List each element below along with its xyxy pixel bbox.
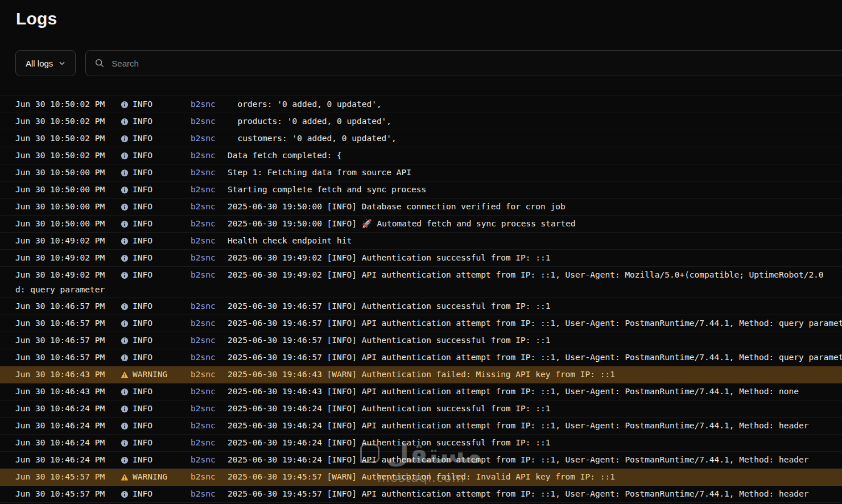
log-timestamp: Jun 30 10:45:57 PM <box>15 469 121 485</box>
log-message: 2025-06-30 19:45:57 [WARN] Authenticatio… <box>228 469 842 485</box>
log-scope-dropdown[interactable]: All logs <box>15 50 76 76</box>
log-level-label: INFO <box>133 452 152 468</box>
log-row[interactable]: Jun 30 10:46:24 PMINFOb2snc2025-06-30 19… <box>0 400 842 418</box>
log-message: 2025-06-30 19:46:24 [INFO] API authentic… <box>228 418 842 434</box>
log-timestamp: Jun 30 10:46:57 PM <box>15 298 121 315</box>
log-timestamp: Jun 30 10:50:00 PM <box>15 199 121 215</box>
log-row[interactable]: Jun 30 10:49:02 PMINFOb2snc2025-06-30 19… <box>0 250 842 267</box>
log-level: INFO <box>121 233 191 249</box>
search-input[interactable] <box>112 59 841 68</box>
log-level: INFO <box>121 452 191 468</box>
log-row[interactable]: Jun 30 10:50:00 PMINFOb2snc2025-06-30 19… <box>0 199 842 216</box>
log-source-link[interactable]: b2snc <box>191 298 216 315</box>
info-icon <box>121 220 129 228</box>
log-timestamp: Jun 30 10:50:02 PM <box>15 147 121 164</box>
log-scope-label: All logs <box>26 59 53 68</box>
info-icon <box>121 337 129 345</box>
log-source-link[interactable]: b2snc <box>191 113 216 130</box>
log-level-label: INFO <box>133 164 152 181</box>
log-row[interactable]: Jun 30 10:50:00 PMINFOb2sncStep 1: Fetch… <box>0 164 842 181</box>
log-row[interactable]: Jun 30 10:46:57 PMINFOb2snc2025-06-30 19… <box>0 315 842 332</box>
log-level: INFO <box>121 113 191 130</box>
log-row[interactable]: Jun 30 10:50:02 PMINFOb2sncData fetch co… <box>0 147 842 164</box>
log-level: INFO <box>121 96 191 113</box>
log-level: INFO <box>121 181 191 198</box>
log-row[interactable]: Jun 30 10:50:00 PMINFOb2sncStarting comp… <box>0 181 842 199</box>
log-row[interactable]: Jun 30 10:50:02 PMINFOb2snc customers: '… <box>0 130 842 147</box>
log-level: INFO <box>121 315 191 332</box>
log-source-link[interactable]: b2snc <box>191 164 216 181</box>
log-source-link[interactable]: b2snc <box>191 181 216 198</box>
log-timestamp: Jun 30 10:46:43 PM <box>15 383 121 400</box>
log-list: Jun 30 10:50:02 PMINFOb2snc orders: '0 a… <box>0 96 842 503</box>
log-level-label: INFO <box>133 250 152 266</box>
log-row[interactable]: Jun 30 10:46:57 PMINFOb2snc2025-06-30 19… <box>0 298 842 315</box>
log-source-link[interactable]: b2snc <box>191 366 216 383</box>
log-message: Health check endpoint hit <box>228 233 842 249</box>
log-source-link[interactable]: b2snc <box>191 400 216 417</box>
log-message: 2025-06-30 19:46:57 [INFO] Authenticatio… <box>228 332 842 349</box>
log-message: 2025-06-30 19:46:43 [WARN] Authenticatio… <box>228 366 842 383</box>
log-row[interactable]: Jun 30 10:45:57 PMWARNINGb2snc2025-06-30… <box>0 469 842 486</box>
log-level-label: INFO <box>133 181 152 198</box>
log-level: INFO <box>121 267 191 283</box>
log-source-link[interactable]: b2snc <box>191 435 216 451</box>
log-source-link[interactable]: b2snc <box>191 452 216 468</box>
log-row[interactable]: Jun 30 10:50:00 PMINFOb2snc2025-06-30 19… <box>0 216 842 233</box>
log-row[interactable]: Jun 30 10:46:43 PMINFOb2snc2025-06-30 19… <box>0 383 842 400</box>
log-level-label: INFO <box>133 233 152 249</box>
log-message: 2025-06-30 19:46:24 [INFO] Authenticatio… <box>228 435 842 451</box>
log-source-link[interactable]: b2snc <box>191 250 216 266</box>
log-source-link[interactable]: b2snc <box>191 233 216 249</box>
log-timestamp: Jun 30 10:50:00 PM <box>15 181 121 198</box>
log-timestamp: Jun 30 10:46:43 PM <box>15 366 121 383</box>
log-source-link[interactable]: b2snc <box>191 315 216 332</box>
log-source-link[interactable]: b2snc <box>191 332 216 349</box>
log-message: Step 1: Fetching data from source API <box>228 164 842 181</box>
log-level: INFO <box>121 250 191 266</box>
log-timestamp: Jun 30 10:46:24 PM <box>15 400 121 417</box>
log-level: INFO <box>121 298 191 315</box>
log-source-link[interactable]: b2snc <box>191 199 216 215</box>
log-level-label: INFO <box>133 298 152 315</box>
log-row[interactable]: Jun 30 10:46:24 PMINFOb2snc2025-06-30 19… <box>0 452 842 469</box>
log-source-link[interactable]: b2snc <box>191 349 216 366</box>
log-timestamp: Jun 30 10:46:24 PM <box>15 435 121 451</box>
log-source-link[interactable]: b2snc <box>191 469 216 485</box>
info-icon <box>121 237 129 245</box>
log-row[interactable]: Jun 30 10:45:57 PMINFOb2snc2025-06-30 19… <box>0 486 842 503</box>
info-icon <box>121 456 129 464</box>
log-source-link[interactable]: b2snc <box>191 147 216 164</box>
info-icon <box>121 405 129 413</box>
log-source-link[interactable]: b2snc <box>191 96 216 113</box>
log-timestamp: Jun 30 10:46:57 PM <box>15 332 121 349</box>
log-source-link[interactable]: b2snc <box>191 130 216 147</box>
log-source-link[interactable]: b2snc <box>191 267 216 283</box>
log-timestamp: Jun 30 10:50:02 PM <box>15 130 121 147</box>
log-row[interactable]: Jun 30 10:46:24 PMINFOb2snc2025-06-30 19… <box>0 418 842 435</box>
info-icon <box>121 439 129 447</box>
log-message: customers: '0 added, 0 updated', <box>228 130 842 147</box>
log-row[interactable]: Jun 30 10:50:02 PMINFOb2snc orders: '0 a… <box>0 96 842 113</box>
log-row[interactable]: Jun 30 10:46:43 PMWARNINGb2snc2025-06-30… <box>0 366 842 383</box>
info-icon <box>121 169 129 177</box>
log-source-link[interactable]: b2snc <box>191 418 216 434</box>
log-level-label: INFO <box>133 147 152 164</box>
log-message: orders: '0 added, 0 updated', <box>228 96 842 113</box>
log-row[interactable]: Jun 30 10:46:57 PMINFOb2snc2025-06-30 19… <box>0 349 842 366</box>
log-row[interactable]: Jun 30 10:49:02 PMINFOb2sncHealth check … <box>0 233 842 250</box>
log-row[interactable]: Jun 30 10:46:24 PMINFOb2snc2025-06-30 19… <box>0 435 842 452</box>
log-source-link[interactable]: b2snc <box>191 383 216 400</box>
log-row[interactable]: Jun 30 10:49:02 PMINFOb2snc2025-06-30 19… <box>0 267 842 298</box>
log-row[interactable]: Jun 30 10:46:57 PMINFOb2snc2025-06-30 19… <box>0 332 842 349</box>
log-level-label: INFO <box>133 315 152 332</box>
log-level-label: INFO <box>133 400 152 417</box>
log-source-link[interactable]: b2snc <box>191 486 216 502</box>
log-level-label: INFO <box>133 96 152 113</box>
log-source-link[interactable]: b2snc <box>191 216 216 232</box>
info-icon <box>121 422 129 430</box>
log-timestamp: Jun 30 10:46:24 PM <box>15 452 121 468</box>
log-row[interactable]: Jun 30 10:50:02 PMINFOb2snc products: '0… <box>0 113 842 130</box>
log-message: 2025-06-30 19:45:57 [INFO] API authentic… <box>228 486 842 502</box>
log-level: INFO <box>121 199 191 215</box>
